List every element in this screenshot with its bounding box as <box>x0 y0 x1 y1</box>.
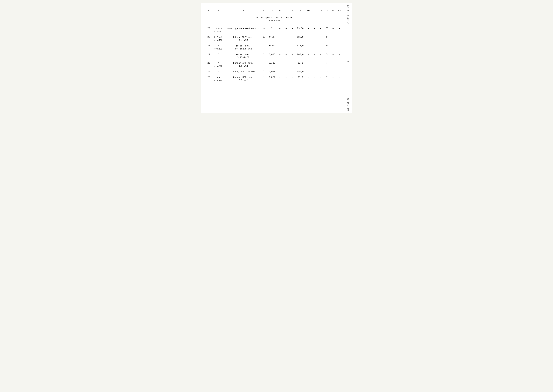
row-col7: – <box>283 27 289 33</box>
row-unit: " <box>261 61 267 68</box>
row-desc: То же, сеч.3х4+Iх2,5 мм2 <box>225 44 261 51</box>
row-col7: – <box>283 44 289 51</box>
table-row <box>206 68 342 70</box>
row-col6: – <box>277 76 283 82</box>
row-col7: – <box>283 61 289 68</box>
row-col9: 3I8,0 <box>295 44 305 51</box>
header-col-4: 4 <box>261 8 267 13</box>
row-col11: – <box>311 44 317 51</box>
row-col10: – <box>305 44 311 51</box>
row-col15: – <box>336 44 342 51</box>
row-col12: – <box>317 70 324 73</box>
main-table: I 2 3 4 5 6 7 8 9 IO II I2 I3 I4 I5 <box>206 8 342 84</box>
row-desc: Ящик однофидерный ЯВПВ-I <box>225 27 261 33</box>
header-col-15: I5 <box>336 8 342 13</box>
section-header-text: П. Материалы, не учтенные ценником <box>256 16 292 22</box>
row-col14: – <box>330 44 336 51</box>
row-col6: – <box>277 70 283 73</box>
side-panel: Г.п.807-1-( У ст) 54 18077-90-06 <box>344 3 352 113</box>
row-col15: – <box>336 35 342 42</box>
row-col13: 5 <box>324 53 330 59</box>
row-desc: То же, сеч. 25 мм2 <box>225 70 261 73</box>
row-desc: Провод ПГВ сеч.I,5 мм2 <box>225 76 261 82</box>
row-col13: 3 <box>324 70 330 73</box>
row-num: 20 <box>206 35 211 42</box>
row-col10: – <box>305 27 311 33</box>
section-header-row: П. Материалы, не учтенные ценником <box>206 13 342 25</box>
table-row: 22 –"– То же, сеч.3х25+IхI0 " 0,005 – – … <box>206 53 342 59</box>
table-row <box>206 73 342 76</box>
row-num: 24 <box>206 70 211 73</box>
row-col12: – <box>317 35 324 42</box>
row-col7: – <box>283 35 289 42</box>
row-col10: – <box>305 53 311 59</box>
header-col-12: I2 <box>317 8 324 13</box>
row-col15: – <box>336 61 342 68</box>
row-ref: Ц.I,ч.У стр.I00 <box>211 35 225 42</box>
row-num: 2I <box>206 44 211 51</box>
side-label-top: Г.п.807-1-( У ст) <box>347 5 349 25</box>
row-unit: км <box>261 35 267 42</box>
row-col5: 0,08 <box>267 44 277 51</box>
row-col13: I3 <box>324 27 330 33</box>
spacer-row <box>206 82 342 84</box>
row-col8: – <box>289 35 295 42</box>
row-unit: " <box>261 44 267 51</box>
row-col9: I8I,0 <box>295 35 305 42</box>
header-col-7: 7 <box>283 8 289 13</box>
header-col-3: 3 <box>225 8 261 13</box>
row-col10: – <box>305 61 311 68</box>
row-col8: – <box>289 44 295 51</box>
table-row <box>206 25 342 27</box>
row-col5: 0,05 <box>267 35 277 42</box>
row-col11: – <box>311 70 317 73</box>
side-label-bottom: 18077-90-06 <box>347 98 349 111</box>
row-ref: –"– <box>211 70 225 73</box>
row-unit: " <box>261 70 267 73</box>
row-col13: 4 <box>324 61 330 68</box>
header-col-1: I <box>206 8 211 13</box>
row-col13: 25 <box>324 44 330 51</box>
header-col-11: II <box>311 8 317 13</box>
row-col6: – <box>277 35 283 42</box>
row-desc: То же, сеч.3х25+IхI0 <box>225 53 261 59</box>
row-col15: – <box>336 27 342 33</box>
table-row <box>206 51 342 53</box>
row-col12: – <box>317 27 324 33</box>
row-unit: " <box>261 53 267 59</box>
table-row: I9 I5-04-П п.3-60I Ящик однофидерный ЯВП… <box>206 27 342 33</box>
row-col5: 0,I20 <box>267 61 277 68</box>
row-ref: –"– стр.I02 <box>211 44 225 51</box>
row-col14: – <box>330 35 336 42</box>
row-ref: –"– стр.222 <box>211 61 225 68</box>
row-num: 25 <box>206 76 211 82</box>
row-col9: I50,0 <box>295 70 305 73</box>
row-col8: – <box>289 76 295 82</box>
header-col-5: 5 <box>267 8 277 13</box>
side-page-num: 54 <box>347 60 349 63</box>
row-unit: " <box>261 76 267 82</box>
row-col11: – <box>311 61 317 68</box>
row-col14: – <box>330 70 336 73</box>
row-col10: –. <box>305 70 311 73</box>
table-row: 24 –"– То же, сеч. 25 мм2 " 0,020 – – – … <box>206 70 342 73</box>
row-ref: –"– стр.224 <box>211 76 225 82</box>
row-col5: 0,005 <box>267 53 277 59</box>
row-col10: – <box>305 35 311 42</box>
row-col6: – <box>277 53 283 59</box>
row-col12: – <box>317 61 324 68</box>
row-num: I9 <box>206 27 211 33</box>
table-row: 23 –"– стр.222 Провод АПВ сеч.2,5 мм2 " … <box>206 61 342 68</box>
row-col12: – <box>317 53 324 59</box>
table-row <box>206 59 342 61</box>
row-desc: Кабель АВРГ сеч.2х4 мм2 <box>225 35 261 42</box>
row-col10: – <box>305 76 311 82</box>
header-col-6: 6 <box>277 8 283 13</box>
row-col5: I <box>267 27 277 33</box>
row-col13: 9 <box>324 35 330 42</box>
row-col11: – <box>311 76 317 82</box>
table-row: 25 –"– стр.224 Провод ПГВ сеч.I,5 мм2 " … <box>206 76 342 82</box>
row-col7: – <box>283 76 289 82</box>
header-col-9: 9 <box>295 8 305 13</box>
row-col14: – <box>330 53 336 59</box>
